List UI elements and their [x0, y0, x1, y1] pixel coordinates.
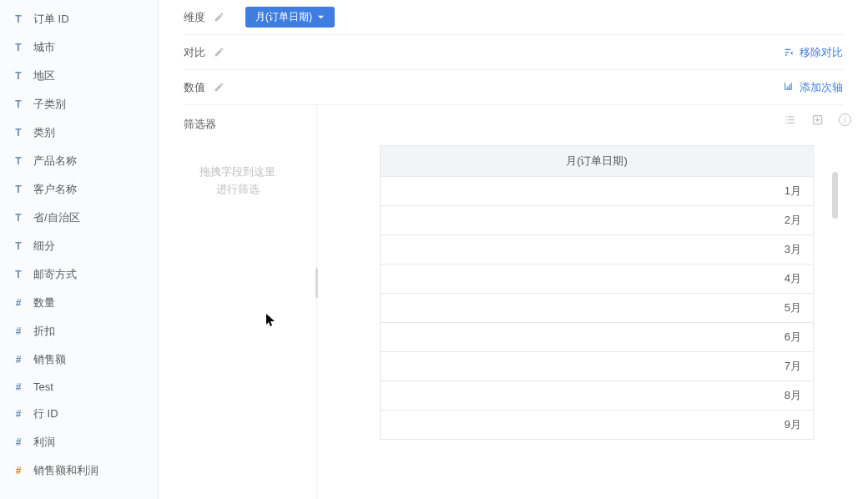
table-cell: 8月 [381, 381, 814, 411]
edit-icon[interactable] [214, 47, 225, 58]
text-type-icon: T [12, 42, 25, 53]
table-cell: 1月 [381, 177, 814, 206]
field-item[interactable]: T 省/自治区 [0, 204, 158, 232]
fields-sidebar: T 订单 ID T 城市 T 地区 T 子类别 T 类别 T 产品名称 T 客户… [0, 0, 159, 499]
vertical-scrollbar[interactable] [832, 172, 838, 219]
field-item[interactable]: # 折扣 [0, 317, 158, 345]
table-cell: 2月 [381, 206, 814, 235]
filter-title: 筛选器 [159, 105, 316, 140]
filter-drop-text: 进行筛选 [175, 181, 300, 199]
main-panel: 维度 月(订单日期) 对比 [159, 0, 868, 499]
text-type-icon: T [12, 127, 25, 139]
value-row: 数值 添加次轴 [184, 70, 843, 105]
field-item[interactable]: T 类别 [0, 118, 158, 147]
compare-label: 对比 [184, 45, 209, 60]
field-item[interactable]: T 邮寄方式 [0, 260, 158, 289]
field-label: 销售额 [33, 352, 66, 367]
field-item[interactable]: # 销售额和利润 [0, 456, 158, 485]
number-type-icon: # [12, 408, 25, 420]
field-label: 邮寄方式 [33, 267, 77, 282]
table-row[interactable]: 1月 [381, 177, 814, 206]
table-cell: 7月 [381, 352, 814, 381]
data-table: 月(订单日期) 1月 2月 3月 4月 5月 6月 7月 [380, 145, 814, 440]
field-label: 产品名称 [33, 154, 77, 169]
viz-toolbar: i [784, 113, 851, 126]
field-label: 数量 [33, 295, 55, 310]
field-item[interactable]: T 客户名称 [0, 175, 158, 204]
field-item[interactable]: # 数量 [0, 289, 158, 317]
text-type-icon: T [12, 269, 25, 280]
field-label: 销售额和利润 [33, 463, 98, 478]
table-row[interactable]: 4月 [381, 265, 814, 294]
dimension-pill[interactable]: 月(订单日期) [245, 7, 335, 28]
table-row[interactable]: 2月 [381, 206, 814, 235]
text-type-icon: T [12, 70, 25, 82]
text-type-icon: T [12, 240, 25, 252]
dimension-pill-label: 月(订单日期) [255, 10, 312, 24]
field-label: 客户名称 [33, 182, 77, 197]
field-item[interactable]: T 产品名称 [0, 147, 158, 175]
table-cell: 4月 [381, 265, 814, 294]
table-row[interactable]: 8月 [381, 381, 814, 411]
text-type-icon: T [12, 184, 25, 195]
text-type-icon: T [12, 212, 25, 224]
field-item[interactable]: # Test [0, 374, 158, 400]
number-type-icon: # [12, 381, 25, 393]
number-type-icon: # [12, 297, 25, 309]
calc-type-icon: # [12, 465, 25, 476]
table-cell: 5月 [381, 294, 814, 323]
chevron-down-icon [317, 13, 325, 21]
axis-icon [784, 81, 795, 94]
dimension-row: 维度 月(订单日期) [184, 0, 843, 35]
field-label: 子类别 [33, 97, 66, 112]
text-type-icon: T [12, 155, 25, 167]
field-item[interactable]: T 子类别 [0, 90, 158, 118]
add-axis-button[interactable]: 添加次轴 [784, 80, 843, 95]
text-type-icon: T [12, 98, 25, 110]
list-view-icon[interactable] [784, 113, 796, 126]
export-icon[interactable] [811, 113, 824, 126]
add-axis-label: 添加次轴 [800, 80, 843, 95]
field-item[interactable]: T 地区 [0, 62, 158, 90]
visualization-panel: i 月(订单日期) 1月 2月 [317, 105, 868, 499]
field-item[interactable]: T 细分 [0, 232, 158, 260]
value-label: 数值 [184, 80, 209, 95]
dimension-label: 维度 [184, 10, 209, 25]
remove-compare-label: 移除对比 [800, 45, 843, 60]
filter-drop-zone[interactable]: 拖拽字段到这里 进行筛选 [159, 164, 316, 199]
field-label: 行 ID [33, 406, 58, 421]
remove-compare-icon [784, 46, 795, 59]
field-label: 细分 [33, 239, 55, 254]
edit-icon[interactable] [214, 82, 225, 93]
field-item[interactable]: # 行 ID [0, 400, 158, 428]
field-label: Test [33, 381, 53, 393]
table-row[interactable]: 3月 [381, 235, 814, 265]
table-row[interactable]: 9月 [381, 411, 814, 440]
field-label: 地区 [33, 68, 55, 83]
info-icon[interactable]: i [839, 113, 851, 126]
field-label: 折扣 [33, 324, 55, 339]
table-row[interactable]: 7月 [381, 352, 814, 381]
field-item[interactable]: T 订单 ID [0, 5, 158, 33]
edit-icon[interactable] [214, 12, 225, 23]
table-cell: 9月 [381, 411, 814, 440]
field-label: 类别 [33, 125, 55, 140]
table-header[interactable]: 月(订单日期) [381, 146, 814, 177]
field-label: 利润 [33, 435, 55, 450]
chart-area: 月(订单日期) 1月 2月 3月 4月 5月 6月 7月 [334, 145, 851, 440]
table-row[interactable]: 5月 [381, 294, 814, 323]
table-cell: 3月 [381, 235, 814, 265]
remove-compare-button[interactable]: 移除对比 [784, 45, 843, 60]
table-cell: 6月 [381, 323, 814, 352]
field-item[interactable]: # 销售额 [0, 345, 158, 374]
field-item[interactable]: # 利润 [0, 428, 158, 456]
table-row[interactable]: 6月 [381, 323, 814, 352]
field-item[interactable]: T 城市 [0, 33, 158, 62]
number-type-icon: # [12, 325, 25, 337]
compare-row: 对比 移除对比 [184, 35, 843, 70]
filter-drop-text: 拖拽字段到这里 [175, 164, 300, 181]
text-type-icon: T [12, 13, 25, 25]
filter-panel: 筛选器 拖拽字段到这里 进行筛选 [159, 105, 317, 499]
field-label: 省/自治区 [33, 210, 80, 225]
number-type-icon: # [12, 354, 25, 365]
